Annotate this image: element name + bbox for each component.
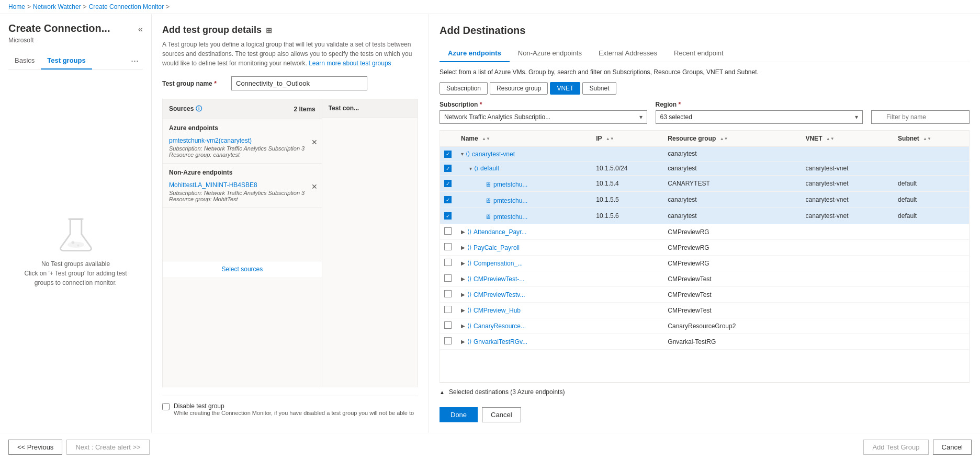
row-name-6: ▶⟨⟩PayCalc_Payroll [457, 240, 592, 256]
th-subnet[interactable]: Subnet ▲▼ [894, 131, 969, 147]
print-icon[interactable]: ⊞ [266, 26, 272, 34]
filter-by-name-input[interactable] [871, 110, 970, 124]
expand-btn-6[interactable]: ▶ [461, 245, 465, 250]
sidebar-nav-basics[interactable]: Basics [8, 52, 41, 70]
chip-subnet[interactable]: Subnet [582, 82, 616, 95]
disable-group-checkbox[interactable] [162, 403, 170, 410]
row-checkbox-3[interactable]: ✓ [444, 196, 452, 203]
row-checkbox-10[interactable] [444, 306, 452, 313]
sidebar-nav-test-groups[interactable]: Test groups [41, 52, 92, 70]
source-azure-remove-0[interactable]: ✕ [311, 138, 318, 146]
row-checkbox-8[interactable] [444, 274, 452, 282]
breadcrumb-home[interactable]: Home [8, 3, 25, 10]
row-checkbox-12[interactable] [444, 337, 452, 344]
destinations-cancel-button[interactable]: Cancel [482, 407, 521, 422]
row-checkbox-0[interactable]: ✓ [444, 151, 452, 158]
row-checkbox-9[interactable] [444, 290, 452, 297]
row-rg-4: canarytest [663, 208, 801, 224]
tab-azure-endpoints[interactable]: Azure endpoints [440, 45, 510, 62]
th-resource-group[interactable]: Resource group ▲▼ [663, 131, 801, 147]
row-link-8[interactable]: CMPreviewTest-... [474, 275, 524, 283]
table-row: ✓🖥pmetstchu...10.1.5.4CANARYTESTcanaryte… [440, 176, 969, 192]
row-link-1[interactable]: default [480, 165, 499, 172]
expand-btn-5[interactable]: ▶ [461, 229, 465, 235]
th-ip[interactable]: IP ▲▼ [592, 131, 663, 147]
row-rg-12: Gnvarkal-TestRG [663, 334, 801, 350]
vnet-icon-11: ⟨⟩ [467, 322, 471, 329]
test-group-name-input[interactable] [231, 76, 367, 90]
row-checkbox-1[interactable]: ✓ [444, 165, 452, 172]
expand-btn-7[interactable]: ▶ [461, 260, 465, 266]
chip-resource-group[interactable]: Resource group [490, 82, 548, 95]
row-checkbox-7[interactable] [444, 259, 452, 266]
breadcrumb-network-watcher[interactable]: Network Watcher [33, 3, 81, 10]
row-checkbox-2[interactable]: ✓ [444, 180, 452, 187]
expand-btn-1[interactable]: ▾ [469, 166, 472, 171]
source-azure-link-0[interactable]: pmtestchunk-vm2(canarytest) [169, 137, 316, 144]
row-link-10[interactable]: CMPreview_Hub [474, 307, 521, 314]
row-subnet-1 [894, 161, 969, 176]
collapse-icon[interactable]: « [138, 25, 143, 34]
th-vnet[interactable]: VNET ▲▼ [801, 131, 894, 147]
row-vnet-2: canarytest-vnet [801, 176, 894, 192]
table-row: ▶⟨⟩CMPreviewTest-...CMPreviewTest [440, 271, 969, 287]
sort-subnet-icon: ▲▼ [923, 137, 931, 141]
breadcrumb-create-connection-monitor[interactable]: Create Connection Monitor [89, 3, 164, 10]
dest-table-body: ✓▾⟨⟩canarytest-vnetcanarytest✓▾⟨⟩default… [440, 147, 969, 350]
row-link-3[interactable]: pmtestchu... [493, 197, 527, 204]
expand-btn-12[interactable]: ▶ [461, 339, 465, 344]
row-name-8: ▶⟨⟩CMPreviewTest-... [457, 271, 592, 287]
row-subnet-2: default [894, 176, 969, 192]
row-link-6[interactable]: PayCalc_Payroll [474, 244, 520, 251]
sort-ip-icon: ▲▼ [606, 137, 614, 141]
sort-rg-icon: ▲▼ [720, 137, 728, 141]
source-non-azure-link-0[interactable]: MohittestLA_MININT-HB4SBE8 [169, 181, 316, 189]
row-link-7[interactable]: Compensation_... [474, 260, 523, 267]
expand-btn-10[interactable]: ▶ [461, 307, 465, 313]
row-checkbox-6[interactable] [444, 243, 452, 250]
row-link-5[interactable]: Attendance_Payr... [474, 228, 526, 236]
vm-icon-2: 🖥 [485, 181, 491, 188]
row-link-12[interactable]: GnvarkalTestRGv... [474, 338, 527, 345]
expand-btn-11[interactable]: ▶ [461, 323, 465, 329]
tab-non-azure-endpoints[interactable]: Non-Azure endpoints [510, 45, 590, 62]
table-row: ✓▾⟨⟩default10.1.5.0/24canarytestcanaryte… [440, 161, 969, 176]
expand-btn-9[interactable]: ▶ [461, 292, 465, 297]
row-checkbox-4[interactable]: ✓ [444, 212, 452, 220]
th-name[interactable]: Name ▲▼ [457, 131, 592, 147]
filter-search-wrap: 🔍 [871, 110, 970, 124]
learn-more-link[interactable]: Learn more about test groups [309, 60, 391, 67]
tab-external-addresses[interactable]: External Addresses [590, 45, 666, 62]
subscription-dropdown[interactable]: Network Traffic Analytics Subscriptio...… [440, 110, 647, 124]
row-vnet-12 [801, 334, 894, 350]
row-checkbox-5[interactable] [444, 227, 452, 235]
row-checkbox-11[interactable] [444, 321, 452, 329]
panel-title: Add test group details ⊞ [162, 25, 418, 36]
row-link-4[interactable]: pmtestchu... [493, 213, 527, 221]
row-link-11[interactable]: CanaryResource... [474, 322, 526, 330]
chip-subscription[interactable]: Subscription [440, 82, 488, 95]
expand-btn-0[interactable]: ▾ [461, 151, 464, 157]
row-vnet-7 [801, 256, 894, 271]
selected-destinations[interactable]: ▲ Selected destinations (3 Azure endpoin… [440, 383, 970, 401]
tab-recent-endpoint[interactable]: Recent endpoint [666, 45, 732, 62]
sources-count: 2 Items [294, 106, 315, 113]
row-link-0[interactable]: canarytest-vnet [472, 151, 515, 158]
select-sources-btn[interactable]: Select sources [163, 261, 322, 277]
row-subnet-4: default [894, 208, 969, 224]
add-test-group-button[interactable]: Add Test Group [863, 440, 928, 455]
sidebar-nav-more[interactable]: ··· [127, 53, 143, 68]
region-dropdown[interactable]: 63 selected ▾ [656, 110, 863, 124]
chip-vnet[interactable]: VNET [550, 82, 580, 95]
next-button[interactable]: Next : Create alert >> [66, 440, 149, 455]
done-button[interactable]: Done [440, 407, 478, 422]
expand-btn-8[interactable]: ▶ [461, 276, 465, 282]
sources-info-icon[interactable]: ⓘ [196, 105, 202, 112]
row-link-2[interactable]: pmetstchu... [493, 181, 527, 188]
previous-button[interactable]: << Previous [8, 440, 62, 455]
row-link-9[interactable]: CMPreviewTestv... [474, 291, 525, 298]
source-non-azure-remove-0[interactable]: ✕ [311, 182, 318, 191]
table-row: ▶⟨⟩Compensation_...CMPreviewRG [440, 256, 969, 271]
test-config-label: Test con... [329, 105, 359, 112]
cancel-button[interactable]: Cancel [933, 440, 972, 455]
